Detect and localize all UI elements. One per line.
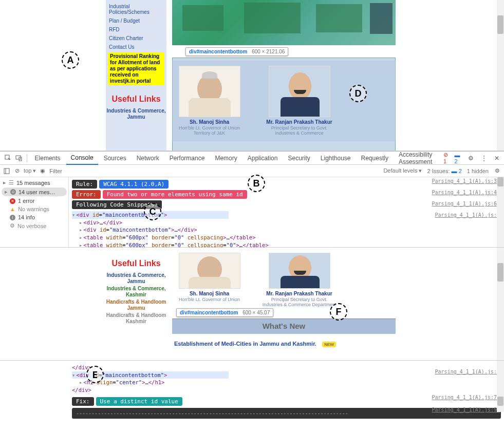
person-photo [179,66,240,117]
rule-value-chip: WCAG 4.1.1 (2.0,A) [99,180,169,189]
sidebar-item[interactable]: RFD [106,25,166,34]
message-count-badge[interactable]: ▬ 2 [455,152,462,164]
webpage-lower-view: Useful Links Industries & Commerce, Jamm… [0,247,504,360]
source-link[interactable]: Parsing_4_1_1(A).js:64 [432,201,500,207]
source-link[interactable]: Parsing_4_1_1(A).js:75 [432,395,500,400]
tab-sources[interactable]: Sources [99,152,131,165]
whats-new-bar: What's New [172,318,396,334]
console-scrollbar[interactable] [497,361,504,412]
source-link[interactable]: Parsing_4_1_1(A).js:7 [435,212,500,218]
person-title: Principal Secretary to Govt. Industries … [262,297,337,308]
person-card: Sh. Manoj Sinha Hon'ble Lt. Governor of … [172,253,247,308]
rule-label-chip: Rule: [72,180,97,189]
context-select[interactable]: top ▾ [24,167,36,174]
hidden-count: 1 hidden [467,168,489,174]
person-photo [269,253,330,289]
main-content: Sh. Manoj Sinha Hon'ble Lt. Governor of … [172,248,396,313]
useful-links-heading: Useful Links [106,95,166,104]
sidebar-item[interactable]: Contact Us [106,43,166,51]
tab-application[interactable]: Application [243,152,283,165]
person-name: Sh. Manoj Sinha [172,119,247,125]
error-count-badge[interactable]: ⊘ 1 [443,152,451,164]
tooltip-dimensions: 600 × 45.07 [242,310,270,315]
person-title: Principal Secretary to Govt. Industries … [262,126,337,136]
main-content: div#maincontentbottom 600 × 2121.06 Sh. … [172,0,396,45]
side-user-messages[interactable]: ▸☺14 user mes… [2,188,67,196]
device-icon[interactable] [15,155,22,162]
side-errors[interactable]: ✕1 error [0,197,68,205]
person-name: Sh. Manoj Sinha [172,291,247,296]
tooltip-dimensions: 600 × 2121.06 [252,49,285,54]
issues-link[interactable]: 2 Issues: ▬ 2 [427,168,462,174]
clear-icon[interactable]: ⊘ [13,167,21,175]
side-info[interactable]: i14 info [0,213,68,221]
person-name: Mr. Ranjan Prakash Thakur [262,119,337,125]
tab-performance[interactable]: Performance [165,152,210,165]
yellow-notice[interactable]: Provisional Ranking for Allotment of lan… [108,52,164,85]
person-card: Sh. Manoj Sinha Hon'ble Lt. Governor of … [172,66,247,136]
left-sidebar: Industrial Policies/Schemes Plan / Budge… [106,0,166,151]
devtools-panel: Elements Console Sources Network Perform… [0,151,504,247]
person-photo [269,66,330,117]
console-toolbar: ⊘ top ▾ ◉ Default levels ▾ 2 Issues: ▬ 2… [0,165,504,177]
left-sidebar: Useful Links Industries & Commerce, Jamm… [106,248,166,360]
levels-select[interactable]: Default levels ▾ [383,167,422,174]
tab-elements[interactable]: Elements [30,152,65,165]
inspect-tooltip: div#maincontentbottom 600 × 2121.06 [185,47,288,56]
console-output[interactable]: Rule:WCAG 4.1.1 (2.0,A) Parsing_4_1_1(A)… [69,177,504,247]
person-name: Mr. Ranjan Prakash Thakur [262,291,337,296]
webpage-top-view: Industrial Policies/Schemes Plan / Budge… [0,0,504,151]
useful-link[interactable]: Industries & Commerce, Kashmir [106,286,166,298]
useful-link[interactable]: Industries & Commerce, Jammu [106,272,166,285]
tab-memory[interactable]: Memory [210,152,241,165]
more-icon[interactable]: ⋮ [481,155,487,162]
tooltip-selector: div#maincontentbottom [189,49,247,54]
page-scrollbar[interactable] [497,0,504,151]
snippets-label-chip: Following Code Snippets: [72,200,162,209]
sidebar-item[interactable]: Citizen Charter [106,34,166,43]
fix-value-chip: Use a distinct id value [96,397,182,406]
side-messages[interactable]: ▸☰15 messages [0,178,68,187]
page-scrollbar[interactable] [497,248,504,360]
console-scrollbar[interactable] [497,177,504,247]
fix-label-chip: Fix: [72,397,94,406]
side-warnings[interactable]: ▲No warnings [0,205,68,213]
source-link[interactable]: Parsing_4_1_1(A).js:34 [432,178,500,184]
useful-links-heading: Useful Links [106,259,166,268]
useful-link[interactable]: Handicrafts & Handloom Jammu [106,299,166,311]
eye-icon[interactable]: ◉ [39,167,46,175]
person-card: Mr. Ranjan Prakash Thakur Principal Secr… [262,253,337,308]
new-badge: NEW [322,342,336,347]
sidebar-item[interactable]: Plan / Budget [106,16,166,25]
tab-console[interactable]: Console [66,152,98,165]
tab-network[interactable]: Network [132,152,164,165]
news-item[interactable]: Establishment of Medi-Cities in Jammu an… [172,335,319,352]
hero-image [172,0,396,45]
tooltip-selector: div#maincontentbottom [180,310,238,315]
error-value-chip: Found two or more elements using same id [103,190,247,199]
source-link[interactable]: Parsing_4_1_1(A).js:49 [432,190,500,195]
source-link[interactable]: Parsing_4_1_1(A).js:90 [432,407,500,413]
useful-link[interactable]: Handicrafts & Handloom Kashmir [106,312,166,325]
tab-requestly[interactable]: Requestly [357,152,393,165]
person-card: Mr. Ranjan Prakash Thakur Principal Secr… [262,66,337,136]
close-icon[interactable]: ✕ [494,155,499,162]
inspect-icon[interactable] [5,155,11,162]
console-body: ▸☰15 messages ▸☺14 user mes… ✕1 error ▲N… [0,177,504,247]
person-title: Hon'ble Lt. Governor of Union [172,297,247,303]
devtools-tabs: Elements Console Sources Network Perform… [0,152,504,165]
useful-link[interactable]: Industries & Commerce, Jammu [106,108,166,120]
tab-lighthouse[interactable]: Lighthouse [316,152,356,165]
code-snippet[interactable]: </div> ▾<div id="maincontentbottom"> ▸<h… [72,364,501,394]
tab-accessibility[interactable]: Accessibility Assessment [394,152,442,165]
console-sidebar: ▸☰15 messages ▸☺14 user mes… ✕1 error ▲N… [0,177,69,247]
gear-icon[interactable]: ⚙ [468,155,474,162]
source-link[interactable]: Parsing_4_1_1(A).js:7 [435,369,500,374]
gear-icon[interactable]: ⚙ [494,167,501,175]
sidebar-toggle-icon[interactable] [3,167,10,175]
filter-input[interactable] [49,168,152,174]
sidebar-item[interactable]: Industrial Policies/Schemes [106,2,166,16]
side-verbose[interactable]: ⚙No verbose [0,221,68,230]
tab-security[interactable]: Security [283,152,314,165]
console-output-lower[interactable]: </div> ▾<div id="maincontentbottom"> ▸<h… [0,360,504,422]
